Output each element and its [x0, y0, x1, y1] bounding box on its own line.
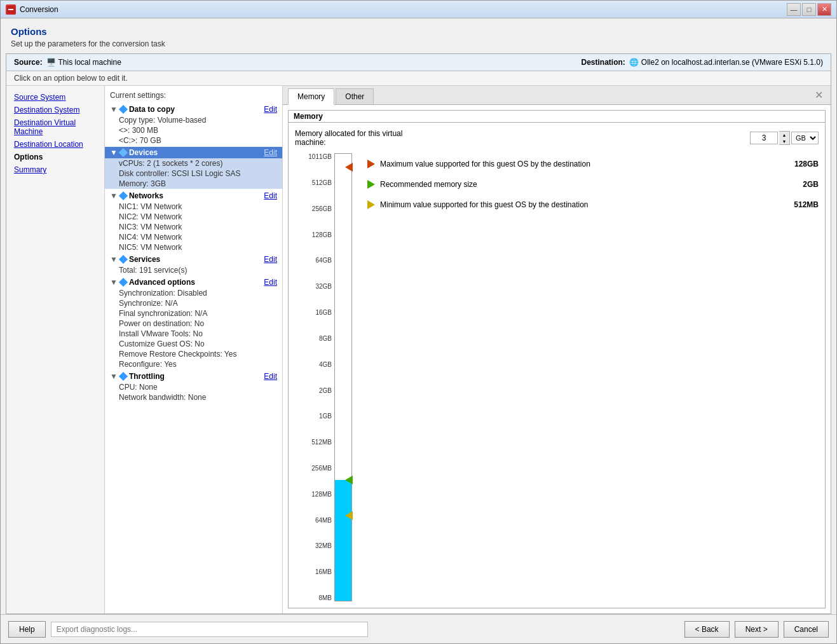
nav-source-system[interactable]: Source System: [6, 91, 104, 104]
cancel-button[interactable]: Cancel: [784, 621, 829, 638]
settings-item: Reconfigure: Yes: [105, 359, 282, 369]
nav-destination-system[interactable]: Destination System: [6, 104, 104, 116]
legend-max-value: 128GB: [794, 160, 819, 168]
chart-label: 2GB: [295, 387, 332, 394]
right-panel: Memory Other ✕ Memory Memory alloc: [283, 86, 831, 613]
edit-data-to-copy[interactable]: Edit: [264, 105, 277, 114]
edit-services[interactable]: Edit: [264, 255, 277, 264]
section-devices-header[interactable]: ▼ Devices Edit: [105, 147, 282, 158]
chart-label: 512MB: [295, 439, 332, 446]
chart-label: 64GB: [295, 257, 332, 264]
nav-summary[interactable]: Summary: [6, 163, 104, 176]
tab-other[interactable]: Other: [336, 88, 374, 104]
titlebar-controls: — □ ✕: [787, 3, 831, 16]
legend-max-label: Maximum value supported for this guest O…: [380, 160, 590, 168]
legend-minimum-label: Minimum value supported for this guest O…: [380, 200, 589, 209]
edit-devices[interactable]: Edit: [264, 148, 277, 157]
window-title: Conversion: [20, 5, 58, 14]
section-throttling-header[interactable]: ▼ Throttling Edit: [105, 371, 282, 382]
back-button[interactable]: < Back: [684, 621, 730, 638]
chart-label: 16MB: [295, 568, 332, 575]
recommended-marker: [345, 476, 353, 484]
section-diamond: [119, 191, 128, 200]
source-dest-bar: Source: 🖥️ This local machine Destinatio…: [6, 54, 831, 71]
close-button[interactable]: ✕: [817, 3, 831, 16]
memory-value-input[interactable]: [750, 132, 778, 144]
section-data-to-copy-header[interactable]: ▼ Data to copy Edit: [105, 104, 282, 115]
memory-unit-select[interactable]: MB GB: [791, 132, 819, 144]
memory-panel: Memory Memory allocated for this virtual…: [283, 105, 831, 613]
restore-button[interactable]: □: [802, 3, 816, 16]
section-diamond: [119, 105, 128, 114]
tab-memory[interactable]: Memory: [288, 88, 334, 105]
chart-label: 256MB: [295, 465, 332, 472]
edit-throttling[interactable]: Edit: [264, 372, 277, 381]
memory-controls: ▲ ▼ MB GB: [750, 131, 819, 145]
settings-item: NIC4: VM Network: [105, 232, 282, 242]
dest-value: Olle2 on localhost.ad.interlan.se (VMwar…: [641, 58, 823, 67]
section-diamond: [119, 255, 128, 264]
dest-label: Destination:: [581, 58, 625, 67]
settings-item: Total: 191 service(s): [105, 265, 282, 275]
toggle-icon: ▼: [110, 372, 118, 381]
settings-item: Copy type: Volume-based: [105, 115, 282, 125]
tabs-row: Memory Other ✕: [283, 86, 831, 105]
chart-label: 32MB: [295, 542, 332, 549]
memory-decrement[interactable]: ▼: [779, 138, 789, 144]
section-networks: ▼ Networks Edit NIC1: VM Network NIC2: V…: [105, 190, 282, 252]
memory-increment[interactable]: ▲: [779, 132, 789, 138]
chart-labels: 8MB 16MB 32MB 64MB 128MB 256MB 512MB 1GB: [295, 153, 334, 601]
section-label: Devices: [129, 148, 158, 157]
section-label: Services: [129, 255, 160, 264]
toggle-icon: ▼: [110, 255, 118, 264]
section-devices: ▼ Devices Edit vCPUs: 2 (1 sockets * 2 c…: [105, 147, 282, 189]
nav-destination-vm[interactable]: Destination Virtual Machine: [6, 116, 104, 138]
dest-info: Destination: 🌐 Olle2 on localhost.ad.int…: [581, 58, 823, 67]
legend-recommended: Recommended memory size 2GB: [367, 180, 819, 189]
settings-item: Remove Restore Checkpoints: Yes: [105, 349, 282, 359]
section-advanced: ▼ Advanced options Edit Synchronization:…: [105, 277, 282, 369]
section-services: ▼ Services Edit Total: 191 service(s): [105, 254, 282, 275]
toggle-icon: ▼: [110, 191, 118, 200]
chart-label: 8GB: [295, 335, 332, 342]
edit-networks[interactable]: Edit: [264, 191, 277, 200]
minimize-button[interactable]: —: [787, 3, 801, 16]
settings-item: Final synchronization: N/A: [105, 308, 282, 319]
app-icon: [6, 4, 16, 15]
click-hint: Click on an option below to edit it.: [6, 71, 831, 86]
chart-label: 64MB: [295, 517, 332, 524]
next-button[interactable]: Next >: [735, 621, 779, 638]
body-split: Source System Destination System Destina…: [6, 86, 831, 613]
source-label: Source:: [14, 58, 43, 67]
svg-rect-1: [8, 9, 13, 10]
settings-item: Power on destination: No: [105, 319, 282, 329]
memory-bar[interactable]: [334, 153, 352, 601]
settings-item: NIC5: VM Network: [105, 242, 282, 252]
max-marker: [345, 163, 353, 172]
section-services-header[interactable]: ▼ Services Edit: [105, 254, 282, 265]
section-advanced-header[interactable]: ▼ Advanced options Edit: [105, 277, 282, 288]
legend-minimum-value: 512MB: [794, 200, 819, 209]
close-panel-button[interactable]: ✕: [812, 86, 826, 104]
edit-advanced[interactable]: Edit: [264, 278, 277, 287]
titlebar: Conversion — □ ✕: [1, 1, 836, 18]
source-info: Source: 🖥️ This local machine: [14, 58, 121, 67]
legend-max-arrow: [367, 160, 375, 168]
export-input[interactable]: [51, 622, 368, 637]
section-diamond: [119, 278, 128, 287]
page-title: Options: [11, 26, 826, 37]
section-throttling: ▼ Throttling Edit CPU: None Network band…: [105, 371, 282, 402]
chart-label: 8MB: [295, 594, 332, 601]
memory-group-title: Memory: [289, 111, 825, 122]
settings-item: CPU: None: [105, 382, 282, 392]
toggle-icon: ▼: [110, 148, 118, 157]
nav-destination-location[interactable]: Destination Location: [6, 138, 104, 151]
help-button[interactable]: Help: [8, 621, 46, 638]
section-networks-header[interactable]: ▼ Networks Edit: [105, 190, 282, 202]
section-label: Data to copy: [129, 105, 175, 114]
settings-item: Customize Guest OS: No: [105, 339, 282, 349]
chart-label: 256GB: [295, 205, 332, 212]
main-window: Conversion — □ ✕ Options Set up the para…: [0, 0, 837, 644]
legend-recommended-arrow: [367, 180, 375, 189]
current-settings-title: Current settings:: [105, 90, 282, 104]
